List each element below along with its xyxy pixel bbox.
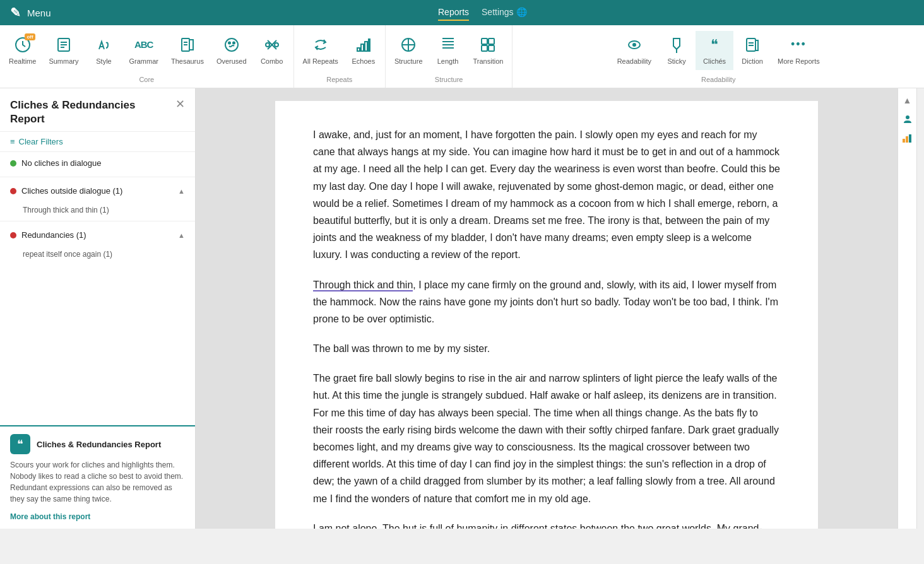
paragraph-3: The ball was thrown to me by my sister.	[313, 340, 780, 357]
svg-rect-18	[369, 39, 370, 51]
thesaurus-icon	[179, 36, 196, 54]
svg-rect-29	[489, 45, 494, 51]
more-reports-icon: •••	[790, 36, 807, 54]
svg-rect-15	[357, 48, 360, 51]
structure-label: Structure	[394, 57, 423, 65]
filter-no-cliches-dialogue[interactable]: No cliches in dialogue	[0, 152, 195, 174]
readability-icon	[625, 36, 643, 54]
sidebar: Cliches & RedundanciesReport ✕ ≡ Clear F…	[0, 88, 196, 529]
svg-rect-27	[489, 38, 494, 44]
paragraph-1: I awake, and, just for an moment, I have…	[313, 126, 780, 264]
realtime-icon: off	[14, 36, 32, 54]
sidebar-header: Cliches & RedundanciesReport ✕	[0, 88, 195, 132]
all-repeats-label: All Repeats	[303, 57, 338, 65]
svg-point-13	[266, 43, 270, 47]
icon-toolbar: off Realtime Summary	[0, 25, 924, 88]
svg-point-31	[632, 43, 636, 47]
svg-rect-38	[906, 136, 908, 143]
user-icon-button[interactable]	[901, 112, 915, 126]
menu-label: Menu	[27, 8, 51, 18]
grammar-icon: ABC	[135, 36, 153, 54]
info-box-description: Scours your work for cliches and highlig…	[10, 459, 185, 505]
toolbar-realtime[interactable]: off Realtime	[3, 31, 42, 70]
toolbar-group-readability: Readability Sticky ❝ Clichés	[512, 25, 924, 88]
transition-label: Transition	[473, 57, 504, 65]
thesaurus-label: Thesaurus	[171, 57, 204, 65]
filter-cliches-outside[interactable]: Cliches outside dialogue (1) ▲	[0, 180, 195, 202]
style-icon	[95, 36, 112, 54]
toolbar-group-core: off Realtime Summary	[0, 25, 294, 88]
structure-group-label: Structure	[388, 76, 510, 87]
menu-logo-icon: ✎	[10, 5, 21, 20]
info-box-title: Cliches & Redundancies Report	[37, 440, 161, 449]
toolbar-echoes[interactable]: Echoes	[345, 31, 382, 70]
combo-label: Combo	[261, 57, 283, 65]
chevron-up-1: ▲	[178, 187, 185, 195]
subitem-repeat[interactable]: repeat itself once again (1)	[0, 246, 195, 262]
paragraph-5: I am not alone. The hut is full of human…	[313, 520, 780, 529]
red-dot-1	[10, 188, 16, 194]
toolbar-style[interactable]: Style	[85, 31, 122, 70]
echoes-icon	[355, 36, 372, 54]
more-reports-label: More Reports	[778, 57, 820, 65]
svg-rect-28	[482, 45, 487, 51]
core-group-label: Core	[3, 76, 291, 87]
toolbar-overused[interactable]: Overused	[210, 31, 253, 70]
toolbar-cliches[interactable]: ❝ Clichés	[696, 31, 733, 70]
toolbar-length[interactable]: Length	[429, 31, 467, 70]
redundancies-label: Redundancies (1)	[21, 230, 86, 240]
green-dot	[10, 160, 16, 167]
divider2	[0, 221, 195, 221]
toolbar-readability[interactable]: Readability	[611, 31, 658, 70]
toolbar-diction[interactable]: Diction	[733, 31, 771, 70]
summary-label: Summary	[49, 57, 78, 65]
svg-point-10	[233, 42, 235, 44]
divider	[0, 177, 195, 177]
close-sidebar-button[interactable]: ✕	[175, 97, 185, 111]
all-repeats-icon	[312, 36, 329, 54]
subitem-thick-thin[interactable]: Through thick and thin (1)	[0, 202, 195, 218]
main-area: Cliches & RedundanciesReport ✕ ≡ Clear F…	[0, 88, 924, 529]
tab-reports[interactable]: Reports	[438, 4, 469, 21]
more-about-link[interactable]: More about this report	[10, 512, 90, 521]
sticky-icon	[668, 36, 685, 54]
clear-filters-button[interactable]: ≡ Clear Filters	[0, 132, 195, 152]
toolbar-transition[interactable]: Transition	[467, 31, 510, 70]
paragraph-cliche: Through thick and thin, I place my cane …	[313, 276, 780, 328]
cliches-icon: ❝	[706, 36, 723, 54]
sidebar-title: Cliches & RedundanciesReport	[10, 98, 135, 126]
toolbar-all-repeats[interactable]: All Repeats	[297, 31, 345, 70]
toolbar-more-reports[interactable]: ••• More Reports	[771, 31, 826, 70]
cliche-phrase: Through thick and thin	[313, 279, 413, 291]
cliches-outside-label: Cliches outside dialogue (1)	[21, 186, 122, 196]
length-label: Length	[437, 57, 459, 65]
summary-icon	[55, 36, 73, 54]
toolbar-combo[interactable]: Combo	[253, 31, 291, 70]
svg-point-9	[228, 42, 230, 44]
paragraph-4: The graet fire ball slowly begins to ris…	[313, 370, 780, 507]
editor-area[interactable]: I awake, and, just for an moment, I have…	[196, 88, 897, 529]
repeats-group-label: Repeats	[297, 76, 382, 87]
toolbar-summary[interactable]: Summary	[42, 31, 85, 70]
chevron-up-2: ▲	[178, 232, 185, 239]
toolbar-sticky[interactable]: Sticky	[658, 31, 696, 70]
svg-point-14	[275, 43, 278, 47]
scroll-up-button[interactable]: ▲	[901, 93, 915, 107]
readability-group-label: Readability	[515, 76, 921, 87]
red-dot-2	[10, 232, 16, 238]
menu-button[interactable]: ✎ Menu	[10, 5, 51, 20]
toolbar-structure[interactable]: Structure	[388, 31, 429, 70]
scrollbar[interactable]	[916, 88, 924, 529]
filter-redundancies[interactable]: Redundancies (1) ▲	[0, 224, 195, 246]
transition-icon	[479, 36, 497, 54]
svg-rect-16	[361, 44, 364, 51]
tab-settings[interactable]: Settings 🌐	[482, 4, 526, 21]
toolbar-thesaurus[interactable]: Thesaurus	[165, 31, 210, 70]
chart-icon-button[interactable]	[901, 131, 915, 145]
structure-icon	[400, 36, 417, 54]
length-icon	[439, 36, 457, 54]
cliches-label: Clichés	[703, 57, 726, 65]
readability-label: Readability	[617, 57, 651, 65]
editor-paper[interactable]: I awake, and, just for an moment, I have…	[275, 101, 818, 529]
toolbar-grammar[interactable]: ABC Grammar	[122, 31, 164, 70]
